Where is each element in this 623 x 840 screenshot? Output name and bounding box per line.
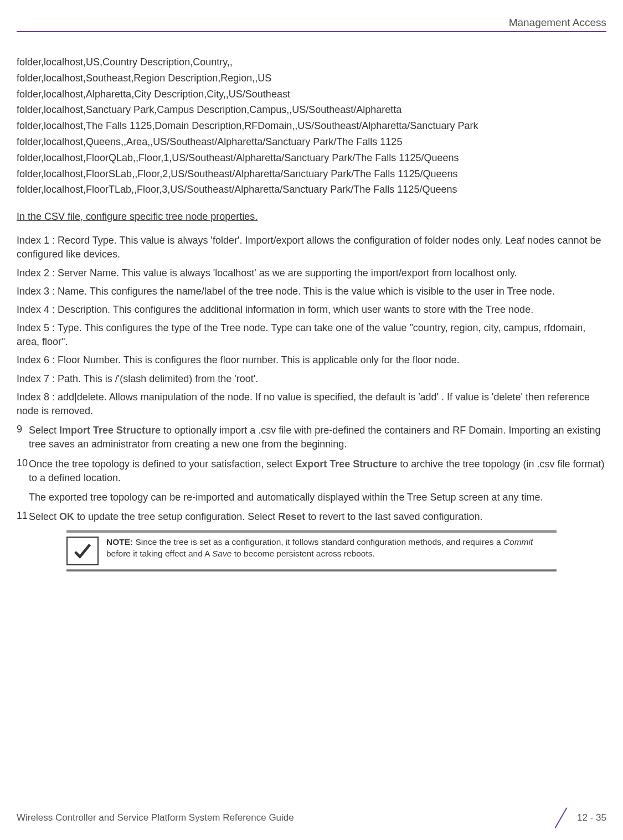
csv-listing: folder,localhost,US,Country Description,… (17, 54, 606, 198)
note-pre: Since the tree is set as a configuration… (133, 537, 503, 547)
footer-page-block: 12 - 35 (549, 812, 606, 823)
note-rule-top (66, 530, 557, 533)
ok-label: OK (59, 511, 74, 522)
page-footer: Wireless Controller and Service Platform… (17, 812, 606, 823)
step-10: 10 Once the tree topology is defined to … (17, 457, 606, 485)
step-text-pre: Select (29, 425, 59, 436)
footer-doc-title: Wireless Controller and Service Platform… (17, 812, 294, 823)
step-text-mid: to update the tree setup configuration. … (74, 511, 278, 522)
csv-line: folder,localhost,FloorTLab,,Floor,3,US/S… (17, 182, 606, 198)
csv-line: folder,localhost,The Falls 1125,Domain D… (17, 118, 606, 134)
step-number: 10 (17, 457, 29, 485)
note-commit: Commit (503, 537, 533, 547)
index-item: Index 4 : Description. This configures t… (17, 303, 606, 317)
csv-line: folder,localhost,Queens,,Area,,US/Southe… (17, 134, 606, 150)
header-section-title: Management Access (17, 17, 606, 29)
note-callout: NOTE: Since the tree is set as a configu… (66, 530, 557, 571)
step-10-extra: The exported tree topology can be re-imp… (29, 491, 606, 504)
step-text-pre: Once the tree topology is defined to you… (29, 458, 295, 470)
note-post: to become persistent across reboots. (231, 549, 374, 558)
page-content: folder,localhost,US,Country Description,… (17, 54, 606, 571)
note-mid: before it taking effect and A (106, 549, 212, 558)
index-item: Index 2 : Server Name. This value is alw… (17, 266, 606, 280)
footer-page-number: 12 - 35 (577, 812, 606, 823)
index-item: Index 6 : Floor Number. This is configur… (17, 353, 606, 367)
step-text-pre: Select (29, 511, 59, 522)
step-text: Select Import Tree Structure to optional… (29, 424, 606, 451)
step-11: 11 Select OK to update the tree setup co… (17, 510, 606, 524)
index-item: Index 5 : Type. This configures the type… (17, 321, 606, 349)
footer-accent-icon (555, 807, 568, 828)
page-header: Management Access (17, 17, 606, 32)
step-text-post: to revert to the last saved configuratio… (305, 511, 482, 522)
step-number: 9 (17, 424, 29, 451)
note-text: NOTE: Since the tree is set as a configu… (106, 537, 557, 559)
index-item: Index 7 : Path. This is /'(slash delimit… (17, 372, 606, 386)
index-definitions: Index 1 : Record Type. This value is alw… (17, 234, 606, 418)
step-9: 9 Select Import Tree Structure to option… (17, 424, 606, 451)
index-item: Index 1 : Record Type. This value is alw… (17, 234, 606, 261)
index-item: Index 3 : Name. This configures the name… (17, 285, 606, 298)
note-label: NOTE: (106, 537, 133, 547)
reset-label: Reset (278, 511, 305, 522)
csv-line: folder,localhost,Sanctuary Park,Campus D… (17, 102, 606, 118)
csv-properties-heading: In the CSV file, configure specific tree… (17, 211, 606, 223)
csv-line: folder,localhost,Alpharetta,City Descrip… (17, 86, 606, 102)
note-rule-bottom (66, 569, 557, 571)
csv-line: folder,localhost,Southeast,Region Descri… (17, 70, 606, 86)
index-item: Index 8 : add|delete. Allows manipulatio… (17, 390, 606, 418)
csv-line: folder,localhost,US,Country Description,… (17, 54, 606, 70)
checkmark-icon (66, 537, 99, 565)
step-text: Once the tree topology is defined to you… (29, 457, 606, 485)
note-save: Save (212, 549, 231, 558)
note-body: NOTE: Since the tree is set as a configu… (66, 534, 557, 568)
csv-line: folder,localhost,FloorSLab,,Floor,2,US/S… (17, 166, 606, 182)
import-tree-structure-label: Import Tree Structure (59, 425, 161, 436)
step-text: Select OK to update the tree setup confi… (29, 510, 483, 524)
export-tree-structure-label: Export Tree Structure (295, 458, 397, 470)
step-number: 11 (17, 510, 29, 524)
csv-line: folder,localhost,FloorQLab,,Floor,1,US/S… (17, 150, 606, 166)
